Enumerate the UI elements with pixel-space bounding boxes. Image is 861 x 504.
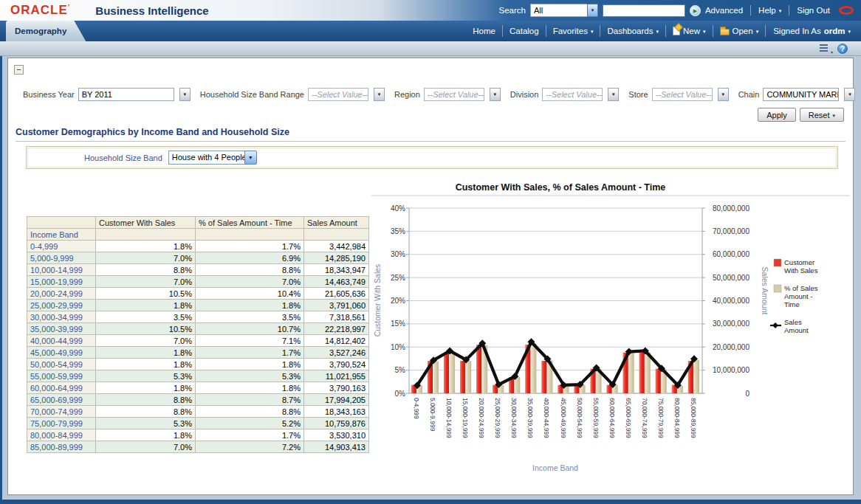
right-axis: 010,000,00020,000,00030,000,00040,000,00… [702, 204, 769, 398]
income-band-cell[interactable]: 40,000-44,999 [27, 335, 96, 347]
svg-text:Customer: Customer [784, 258, 814, 266]
chevron-down-icon[interactable]: ▾ [179, 88, 191, 101]
menu-dashboards[interactable]: Dashboards▾ [600, 25, 665, 37]
value-cell: 1.7% [196, 429, 304, 441]
income-band-cell[interactable]: 70,000-74,999 [27, 406, 96, 418]
value-cell: 7.0% [96, 441, 196, 453]
chevron-down-icon[interactable]: ▾ [608, 88, 619, 101]
svg-text:80,000,000: 80,000,000 [713, 204, 749, 213]
income-band-cell[interactable]: 15,000-19,999 [27, 276, 96, 288]
open-folder-icon [720, 29, 730, 35]
chevron-down-icon[interactable]: ▾ [718, 88, 729, 101]
nav-menu: HomeCatalogFavorites▾Dashboards▾New▾Open… [466, 21, 861, 41]
income-band-cell[interactable]: 80,000-84,999 [27, 429, 96, 441]
chevron-down-icon[interactable]: ▾ [244, 151, 257, 165]
reset-button[interactable]: Reset▾ [800, 108, 844, 122]
chevron-down-icon[interactable]: ▾ [587, 4, 598, 17]
menu-open[interactable]: Open▾ [713, 25, 766, 37]
income-band-cell[interactable]: 10,000-14,999 [27, 264, 96, 276]
value-cell: 1.8% [96, 241, 196, 252]
filter-value[interactable]: --Select Value-- [542, 88, 603, 101]
help-menu[interactable]: Help▾ [758, 6, 781, 15]
chevron-down-icon: ▾ [756, 29, 759, 35]
value-cell: 7.0% [96, 276, 196, 288]
svg-text:Amount -: Amount - [784, 292, 813, 300]
income-band-cell[interactable]: 0-4,999 [27, 241, 96, 252]
svg-text:% of Sales: % of Sales [784, 284, 818, 292]
menu-home[interactable]: Home [466, 25, 502, 37]
table-row: 45,000-49,9991.8%1.7%3,527,246 [27, 347, 369, 359]
prompt-filters-row: Business YearBY 2011▾Household Size Band… [23, 88, 845, 101]
value-cell: 14,903,413 [304, 441, 369, 453]
income-band-cell[interactable]: 25,000-29,999 [27, 300, 96, 311]
value-cell: 14,285,190 [304, 252, 369, 264]
dashboard-panel: − Business YearBY 2011▾Household Size Ba… [7, 58, 854, 495]
svg-text:45,000-49,999: 45,000-49,999 [560, 398, 567, 438]
value-cell: 7.0% [96, 252, 196, 264]
filter-value[interactable]: COMMUNITY MARKET [763, 88, 839, 101]
income-band-cell[interactable]: 50,000-54,999 [27, 359, 96, 370]
collapse-section-button[interactable]: − [14, 65, 24, 75]
income-band-cell[interactable]: 85,000-89,999 [27, 441, 96, 453]
filter-value[interactable]: --Select Value-- [652, 88, 713, 101]
filter-store: Store--Select Value--▾ [628, 88, 728, 101]
value-cell: 1.8% [196, 300, 304, 311]
menu-label: New [683, 27, 700, 35]
svg-text:Time: Time [784, 300, 800, 308]
income-band-cell[interactable]: 45,000-49,999 [27, 347, 96, 359]
income-band-cell[interactable]: 5,000-9,999 [27, 252, 96, 264]
income-band-cell[interactable]: 75,000-79,999 [27, 418, 96, 429]
help-icon[interactable]: ? [837, 44, 848, 54]
tab-demography[interactable]: Demography [6, 21, 86, 41]
filter-value[interactable]: --Select Value-- [308, 88, 368, 101]
table-row: 0-4,9991.8%1.7%3,442,984 [27, 241, 369, 252]
filter-household-size-band-range: Household Size Band Range--Select Value-… [200, 88, 385, 101]
oracle-ring-icon [839, 6, 854, 15]
value-cell: 6.9% [196, 252, 304, 264]
svg-text:40,000-44,999: 40,000-44,999 [543, 398, 550, 438]
page-options-icon[interactable]: ▾ [820, 44, 831, 53]
search-go-button[interactable]: ▶ [690, 5, 701, 16]
signed-in-menu[interactable]: Signed In As ordm ▾ [765, 25, 854, 37]
chart-title: Customer With Sales, % of Sales Amount -… [456, 182, 666, 193]
column-header [27, 217, 96, 229]
menu-new[interactable]: New▾ [665, 25, 713, 37]
income-band-cell[interactable]: 55,000-59,999 [27, 370, 96, 382]
chevron-down-icon[interactable]: ▾ [844, 88, 855, 101]
income-band-cell[interactable]: 20,000-24,999 [27, 288, 96, 300]
chevron-down-icon[interactable]: ▾ [490, 88, 501, 101]
advanced-link[interactable]: Advanced [705, 6, 743, 15]
table-row: 15,000-19,9997.0%7.0%14,463,749 [27, 276, 369, 288]
filter-value[interactable]: --Select Value-- [424, 88, 484, 101]
chevron-down-icon[interactable]: ▾ [374, 88, 385, 101]
menu-favorites[interactable]: Favorites▾ [546, 25, 600, 37]
search-input[interactable] [603, 4, 685, 17]
section-title: Customer Demographics by Income Band and… [16, 127, 289, 137]
combo-chart[interactable]: Customer With Sales, % of Sales Amount -… [370, 176, 851, 492]
dashboard-nav-bar: Demography HomeCatalogFavorites▾Dashboar… [0, 21, 861, 41]
income-band-cell[interactable]: 65,000-69,999 [27, 394, 96, 406]
svg-text:55,000-59,999: 55,000-59,999 [592, 398, 600, 438]
household-size-band-select[interactable]: House with 4 People▾ [168, 151, 257, 165]
apply-button[interactable]: Apply [758, 108, 796, 122]
income-band-cell[interactable]: 30,000-34,999 [27, 311, 96, 323]
page-bottom-edge [0, 500, 861, 504]
line-series-sales-amount[interactable] [414, 338, 698, 389]
value-cell: 10,759,876 [304, 418, 369, 429]
value-cell: 10.5% [96, 288, 196, 300]
menu-catalog[interactable]: Catalog [502, 25, 546, 37]
table-row: 70,000-74,9998.8%8.8%18,343,163 [27, 406, 369, 418]
value-cell: 1.7% [196, 347, 304, 359]
svg-text:20,000,000: 20,000,000 [713, 343, 749, 351]
value-cell: 10.5% [96, 323, 196, 335]
table-row: 60,000-64,9991.8%1.8%3,790,163 [27, 382, 369, 394]
value-cell: 3,790,524 [304, 359, 369, 370]
sign-out-link[interactable]: Sign Out [797, 6, 830, 15]
income-band-cell[interactable]: 35,000-39,999 [27, 323, 96, 335]
value-cell: 14,463,749 [304, 276, 369, 288]
legend-entry-0: CustomerWith Sales [774, 258, 818, 275]
income-band-cell[interactable]: 60,000-64,999 [27, 382, 96, 394]
search-scope-select[interactable]: All▾ [530, 4, 598, 17]
filter-value[interactable]: BY 2011 [78, 88, 174, 101]
value-cell: 8.8% [196, 406, 304, 418]
